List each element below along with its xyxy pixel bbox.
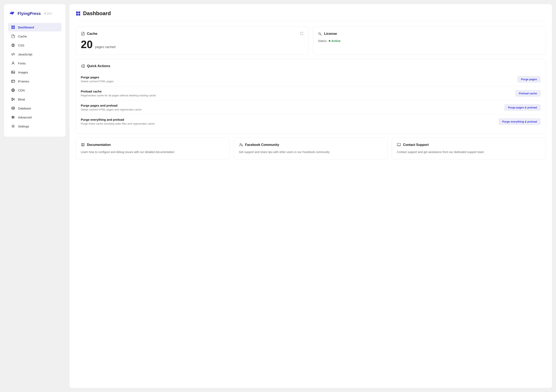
- svg-point-24: [13, 117, 14, 118]
- gear-icon: [11, 124, 15, 128]
- sidebar-item-images-label: Images: [18, 71, 28, 74]
- sidebar-item-cdn[interactable]: CDN: [8, 86, 61, 94]
- sidebar-item-iframes-label: iFrames: [18, 80, 29, 83]
- action-row-purge-pages-preload: Purge pages and preload Delete cached HT…: [81, 100, 541, 115]
- sidebar-item-css-label: CSS: [18, 44, 24, 47]
- sidebar-item-iframes[interactable]: iFrames: [8, 77, 61, 85]
- svg-point-23: [12, 116, 13, 117]
- documentation-card-title: Documentation: [87, 143, 111, 147]
- purge-pages-preload-button[interactable]: Purge pages & preload: [504, 104, 541, 111]
- action-desc-preload-cache: Regenerates cache for all pages without …: [81, 94, 156, 97]
- bottom-cards: Documentation Learn how to configure and…: [76, 138, 546, 159]
- action-desc-purge-pages-preload: Delete cached HTML pages and regenerates…: [81, 108, 142, 111]
- app-version: v4.14.3: [44, 12, 52, 15]
- quick-actions-header: Quick Actions: [81, 64, 541, 68]
- sidebar-item-cache-label: Cache: [18, 35, 27, 38]
- chat-icon: [397, 143, 401, 147]
- sidebar-item-bloat-label: Bloat: [18, 98, 25, 101]
- documentation-card-header: Documentation: [81, 143, 225, 147]
- file-icon: [11, 34, 15, 38]
- sidebar-item-cdn-label: CDN: [18, 89, 25, 92]
- cache-refresh-icon[interactable]: [300, 32, 304, 36]
- svg-rect-27: [76, 11, 78, 13]
- purge-pages-button[interactable]: Purge pages: [517, 76, 541, 83]
- documentation-card-body: Learn how to configure and debug issues …: [81, 150, 225, 154]
- action-desc-purge-everything: Purge entire cache including static file…: [81, 122, 155, 125]
- cache-icon: [81, 32, 85, 36]
- sidebar-item-advanced[interactable]: Advanced: [8, 113, 61, 122]
- svg-point-19: [12, 107, 15, 108]
- page-title: Dashboard: [83, 10, 111, 16]
- sidebar-item-dashboard-label: Dashboard: [18, 26, 34, 29]
- purge-everything-preload-button[interactable]: Purge everything & preload: [499, 118, 541, 125]
- sidebar-item-fonts-label: Fonts: [18, 61, 26, 65]
- sidebar-item-fonts[interactable]: Fonts: [8, 59, 61, 68]
- advanced-icon: [11, 115, 15, 119]
- license-card-title: License: [324, 32, 337, 36]
- quick-actions-card: Quick Actions Purge pages Delete cached …: [76, 59, 546, 134]
- svg-rect-2: [11, 27, 13, 29]
- cache-count-row: 20 pages cached: [81, 39, 304, 50]
- license-title-row: License: [318, 32, 337, 36]
- iframe-icon: [11, 79, 15, 83]
- license-card: License Status Active: [313, 27, 546, 55]
- quick-actions-icon: [81, 64, 85, 68]
- cache-count: 20: [81, 39, 93, 50]
- svg-rect-3: [13, 27, 15, 29]
- sidebar-item-images[interactable]: Images: [8, 68, 61, 77]
- sidebar-item-settings-label: Settings: [18, 125, 29, 128]
- contact-support-card[interactable]: Contact Support Contact support and get …: [392, 138, 546, 159]
- svg-rect-8: [11, 71, 15, 73]
- sidebar-item-javascript[interactable]: JavaScript: [8, 50, 61, 59]
- sidebar-item-css[interactable]: CSS: [8, 41, 61, 49]
- action-heading-purge-pages: Purge pages: [81, 76, 114, 79]
- grid-icon: [11, 25, 15, 29]
- cache-card: Cache 20 pages cached: [76, 27, 309, 55]
- svg-rect-28: [78, 11, 80, 13]
- action-info-purge-pages: Purge pages Delete cached HTML pages: [81, 76, 114, 83]
- sidebar-item-javascript-label: JavaScript: [18, 53, 32, 56]
- top-cards-row: Cache 20 pages cached: [76, 27, 546, 55]
- svg-point-25: [12, 118, 13, 118]
- sidebar-item-cache[interactable]: Cache: [8, 32, 61, 40]
- main-content: Dashboard Cache: [70, 4, 552, 388]
- action-desc-purge-pages: Delete cached HTML pages: [81, 80, 114, 83]
- logo: FlyingPress v4.14.3: [8, 10, 61, 17]
- svg-point-26: [13, 126, 14, 127]
- sidebar-item-database-label: Database: [18, 107, 31, 110]
- svg-rect-29: [76, 14, 78, 15]
- code-icon: [11, 52, 15, 56]
- action-row-purge-pages: Purge pages Delete cached HTML pages Pur…: [81, 72, 541, 86]
- documentation-card[interactable]: Documentation Learn how to configure and…: [76, 138, 230, 159]
- action-info-preload-cache: Preload cache Regenerates cache for all …: [81, 90, 156, 97]
- scissors-icon: [11, 97, 15, 101]
- svg-rect-10: [11, 80, 15, 83]
- css-icon: [11, 43, 15, 47]
- action-row-preload-cache: Preload cache Regenerates cache for all …: [81, 86, 541, 100]
- facebook-community-card-body: Get support and share tips with other us…: [239, 150, 383, 154]
- license-status-row: Status Active: [318, 39, 541, 43]
- cache-title-row: Cache: [81, 32, 97, 36]
- facebook-community-card-title: Facebook Community: [245, 143, 279, 147]
- action-heading-preload-cache: Preload cache: [81, 90, 156, 93]
- sidebar-item-advanced-label: Advanced: [18, 115, 32, 119]
- key-icon: [318, 32, 322, 36]
- svg-line-6: [13, 53, 14, 55]
- facebook-community-card-header: Facebook Community: [239, 143, 383, 147]
- license-status-label: Status: [318, 39, 327, 43]
- image-icon: [11, 70, 15, 74]
- sidebar-item-dashboard[interactable]: Dashboard: [8, 23, 61, 31]
- svg-point-33: [240, 143, 241, 145]
- page-header-icon: [76, 11, 81, 16]
- facebook-community-card[interactable]: Facebook Community Get support and share…: [234, 138, 388, 159]
- users-icon: [239, 143, 243, 147]
- preload-cache-button[interactable]: Preload cache: [515, 90, 541, 97]
- sidebar: FlyingPress v4.14.3 Dashboard Cache: [4, 4, 65, 137]
- quick-actions-title: Quick Actions: [87, 64, 110, 68]
- action-heading-purge-everything: Purge everything and preload: [81, 118, 155, 121]
- sidebar-item-bloat[interactable]: Bloat: [8, 95, 61, 104]
- sidebar-item-settings[interactable]: Settings: [8, 122, 61, 131]
- database-icon: [11, 106, 15, 110]
- sidebar-item-database[interactable]: Database: [8, 104, 61, 113]
- font-icon: [11, 61, 15, 65]
